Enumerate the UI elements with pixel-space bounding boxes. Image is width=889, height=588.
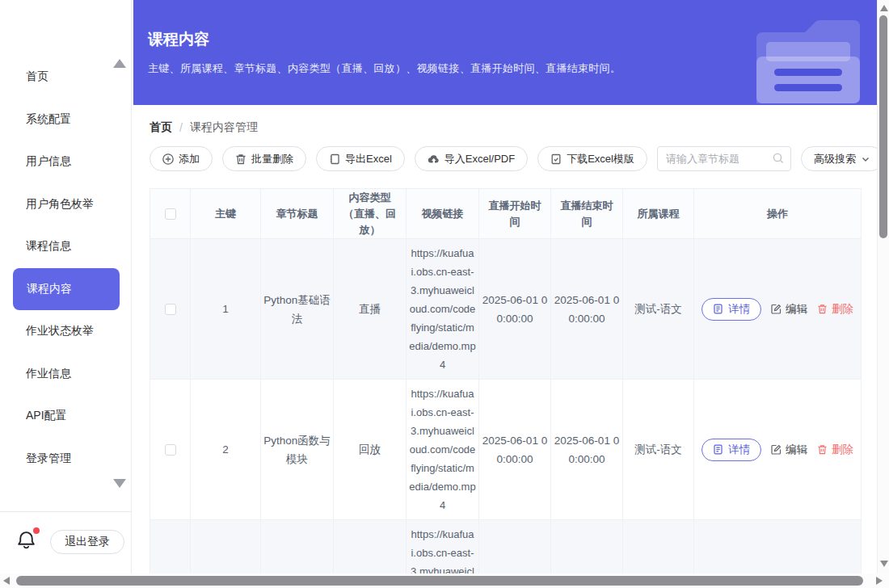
detail-button[interactable]: 详情 <box>702 298 761 321</box>
col-end-time: 直播结束时间 <box>551 189 623 239</box>
scroll-down-arrow-icon[interactable] <box>880 561 888 567</box>
delete-button[interactable]: 删除 <box>817 300 853 318</box>
vertical-scrollbar[interactable] <box>877 0 889 573</box>
table-row: 2 Python函数与模块 回放 https://kuafuai.obs.cn-… <box>150 380 862 520</box>
edit-button[interactable]: 编辑 <box>771 440 807 459</box>
chapter-search-input[interactable] <box>657 146 791 171</box>
breadcrumb-home-link[interactable]: 首页 <box>150 120 172 135</box>
notification-bell-icon[interactable] <box>16 529 40 553</box>
toolbar: 添加 批量删除 导出Excel 导入Excel/PDF 下载Excel模版 高级… <box>150 146 883 171</box>
cell-end-time: 2025-06-01 00:00:00 <box>551 239 623 380</box>
edit-icon <box>771 444 782 455</box>
import-excel-pdf-label: 导入Excel/PDF <box>444 152 515 166</box>
breadcrumb-separator: / <box>179 121 183 134</box>
col-chapter: 章节标题 <box>261 189 334 239</box>
sidebar-item-system-config[interactable]: 系统配置 <box>0 99 132 141</box>
download-template-label: 下载Excel模版 <box>567 152 634 166</box>
cloud-upload-icon <box>428 153 440 165</box>
sidebar-item-user-role-enum[interactable]: 用户角色枚举 <box>0 183 132 226</box>
sidebar: 首页 系统配置 用户信息 用户角色枚举 课程信息 课程内容 作业状态枚举 作业信… <box>0 0 132 588</box>
sidebar-item-course-info[interactable]: 课程信息 <box>0 225 132 268</box>
export-excel-button[interactable]: 导出Excel <box>316 146 405 171</box>
scroll-up-arrow-icon[interactable] <box>880 5 888 11</box>
plus-circle-icon <box>162 153 174 165</box>
sidebar-item-user-info[interactable]: 用户信息 <box>0 141 132 183</box>
header-select-all <box>150 189 191 239</box>
page-banner: 课程内容 主键、所属课程、章节标题、内容类型（直播、回放）、视频链接、直播开始时… <box>133 0 877 105</box>
scroll-left-arrow-icon[interactable] <box>3 577 10 585</box>
sidebar-scroll-down-icon[interactable] <box>113 479 126 488</box>
batch-delete-button[interactable]: 批量删除 <box>222 146 306 171</box>
sidebar-item-course-content[interactable]: 课程内容 <box>13 268 120 311</box>
sidebar-divider <box>0 511 132 512</box>
horizontal-scrollbar[interactable] <box>0 573 889 588</box>
cell-course: 测试-语文 <box>623 380 694 520</box>
horizontal-scrollbar-thumb[interactable] <box>16 576 863 586</box>
export-icon <box>329 153 340 165</box>
logout-button[interactable]: 退出登录 <box>50 530 124 554</box>
col-id: 主键 <box>191 189 261 239</box>
chevron-down-icon <box>861 154 870 164</box>
cell-end-time: 2025-06-01 00:00:00 <box>551 380 623 520</box>
batch-delete-label: 批量删除 <box>251 152 293 166</box>
col-content-type: 内容类型（直播、回放） <box>334 189 407 239</box>
row-checkbox[interactable] <box>165 304 176 315</box>
download-template-button[interactable]: 下载Excel模版 <box>537 146 647 171</box>
delete-trash-icon <box>817 444 828 455</box>
add-button[interactable]: 添加 <box>150 146 213 171</box>
vertical-scrollbar-thumb[interactable] <box>879 15 887 238</box>
sidebar-item-login-management[interactable]: 登录管理 <box>0 438 132 481</box>
detail-label: 详情 <box>728 300 750 318</box>
detail-label: 详情 <box>728 440 750 459</box>
col-actions: 操作 <box>694 189 862 239</box>
detail-button[interactable]: 详情 <box>702 439 761 461</box>
cell-course: 测试-语文 <box>623 239 694 380</box>
col-video-link: 视频链接 <box>407 189 479 239</box>
notification-dot <box>33 527 40 534</box>
scroll-right-arrow-icon[interactable] <box>876 577 883 585</box>
cell-type: 回放 <box>334 380 407 520</box>
page-title: 课程内容 <box>148 29 209 50</box>
detail-doc-icon <box>713 444 723 455</box>
sidebar-item-api-config[interactable]: API配置 <box>0 395 132 438</box>
select-all-checkbox[interactable] <box>165 208 176 220</box>
folder-illustration-icon <box>750 10 866 103</box>
cell-start-time: 2025-06-01 00:00:00 <box>479 380 551 520</box>
document-check-icon <box>550 153 562 165</box>
sidebar-item-home[interactable]: 首页 <box>0 56 132 99</box>
app-screen: 首页 系统配置 用户信息 用户角色枚举 课程信息 课程内容 作业状态枚举 作业信… <box>0 0 889 588</box>
page-subtitle: 主键、所属课程、章节标题、内容类型（直播、回放）、视频链接、直播开始时间、直播结… <box>148 61 621 76</box>
col-start-time: 直播开始时间 <box>479 189 551 239</box>
course-content-table: 主键 章节标题 内容类型（直播、回放） 视频链接 直播开始时间 直播结束时间 所… <box>150 188 861 588</box>
delete-label: 删除 <box>832 440 853 459</box>
delete-trash-icon <box>817 304 828 314</box>
add-button-label: 添加 <box>179 152 200 166</box>
edit-label: 编辑 <box>786 300 807 318</box>
sidebar-menu: 首页 系统配置 用户信息 用户角色枚举 课程信息 课程内容 作业状态枚举 作业信… <box>0 56 132 480</box>
col-course: 所属课程 <box>623 189 694 239</box>
import-excel-pdf-button[interactable]: 导入Excel/PDF <box>415 146 528 171</box>
row-actions: 详情 编辑 删除 <box>697 439 858 461</box>
cell-id: 2 <box>191 380 261 520</box>
breadcrumb: 首页 / 课程内容管理 <box>150 120 258 135</box>
sidebar-item-homework-status-enum[interactable]: 作业状态枚举 <box>0 310 132 353</box>
advanced-search-button[interactable]: 高级搜索 <box>801 146 883 171</box>
row-actions: 详情 编辑 删除 <box>697 298 858 321</box>
sidebar-item-homework-info[interactable]: 作业信息 <box>0 353 132 396</box>
cell-id: 1 <box>191 239 261 380</box>
cell-video-url: https://kuafuai.obs.cn-east-3.myhuaweicl… <box>407 239 479 380</box>
search-icon[interactable] <box>773 153 784 164</box>
cell-type: 直播 <box>334 239 407 380</box>
delete-button[interactable]: 删除 <box>817 440 853 459</box>
cell-chapter: Python基础语法 <box>261 239 334 380</box>
breadcrumb-current: 课程内容管理 <box>190 120 258 135</box>
edit-button[interactable]: 编辑 <box>771 300 807 318</box>
row-checkbox[interactable] <box>165 444 176 456</box>
chapter-search <box>657 146 791 171</box>
cell-start-time: 2025-06-01 00:00:00 <box>479 239 551 380</box>
edit-label: 编辑 <box>786 440 807 459</box>
cell-chapter: Python函数与模块 <box>261 380 334 520</box>
trash-icon <box>235 153 246 165</box>
table-header-row: 主键 章节标题 内容类型（直播、回放） 视频链接 直播开始时间 直播结束时间 所… <box>150 189 862 239</box>
delete-label: 删除 <box>832 300 853 318</box>
